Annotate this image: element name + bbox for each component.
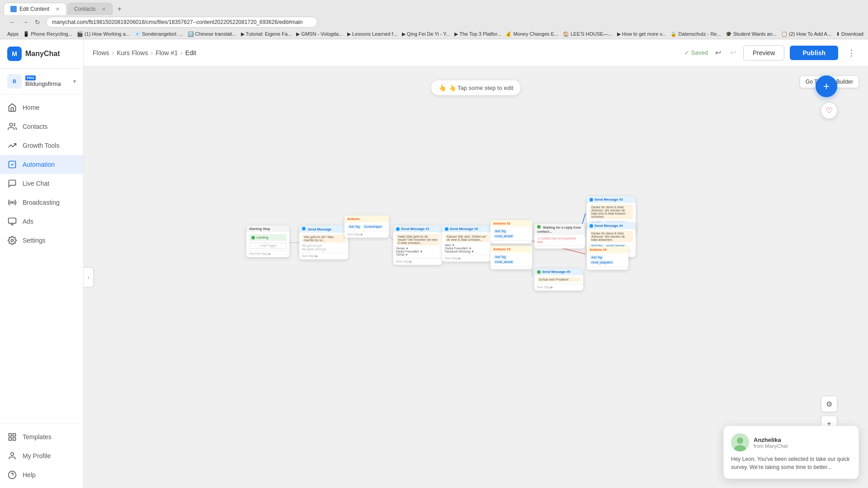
tab-close-edit[interactable]: ✕ <box>56 6 60 12</box>
saved-indicator: ✓ Saved <box>684 49 708 56</box>
tab-contacts[interactable]: Contacts ✕ <box>67 3 113 15</box>
sidebar-label-ads: Ads <box>23 218 33 225</box>
sidebar-item-help[interactable]: Help <box>0 465 83 484</box>
send-message-6-node[interactable]: Send Message #5 Schulz kein Problem! Nex… <box>534 268 583 291</box>
chat-notification[interactable]: Anzhelika from ManyChat Hey Leon, You've… <box>723 426 859 479</box>
send-message-1-node[interactable]: Send Message Wie geht es dir? Was machst… <box>299 225 348 259</box>
waiting-node[interactable]: Waiting for a reply from contact... ⚠ Co… <box>534 224 585 249</box>
node-footer <box>534 245 585 249</box>
app-logo: M ManyChat <box>0 39 83 69</box>
chevron-down-icon: ▾ <box>73 78 76 84</box>
bookmarks-bar: Apps 📱 Phone Recycling... 🎬 (1) How Work… <box>4 29 864 39</box>
settings-canvas-btn[interactable]: ⚙ <box>821 396 837 412</box>
bookmark-14[interactable]: 🎓 Student Wants an... <box>726 31 777 37</box>
tab-edit-content[interactable]: Edit Content ✕ <box>4 3 66 15</box>
back-button[interactable]: ← <box>7 18 18 27</box>
node-footer: Next Step ▶ <box>442 255 491 262</box>
node-header: Actions <box>344 216 389 222</box>
undo-button[interactable]: ↩ <box>713 47 723 59</box>
actions-2-node[interactable]: Actions #2 Add Tag email_abrade <box>491 220 532 244</box>
actions-1-node[interactable]: Actions Add Tag Kursanfragen Next Step ▶ <box>344 216 389 238</box>
node-body: Add Tag email_abrade <box>491 227 532 240</box>
forward-button[interactable]: → <box>20 18 31 27</box>
actions-3-node[interactable]: Actions #3 Add Tag email_abrade <box>491 246 532 269</box>
sidebar-item-home[interactable]: Home <box>0 98 83 117</box>
node-body: ⚠ Contact has not responded after... <box>534 235 585 245</box>
workspace-selector[interactable]: B PRO Bildungsfirma ▾ <box>0 69 83 94</box>
heart-icon: ♡ <box>826 106 833 116</box>
svg-rect-8 <box>13 434 16 436</box>
bookmark-8[interactable]: ▶ Qing Fei De Yi - Y... <box>402 31 450 37</box>
starting-step-node[interactable]: Starting Step Landing + Add Trigger The … <box>246 225 289 257</box>
workspace-name: Bildungsfirma <box>25 80 70 87</box>
bookmark-13[interactable]: 🔒 Datenschutz - Re... <box>670 31 721 37</box>
refresh-button[interactable]: ↻ <box>33 18 42 27</box>
svg-rect-7 <box>9 434 12 436</box>
node-footer <box>587 267 628 270</box>
bookmark-3[interactable]: 📧 Sonderangebot: ... <box>134 31 183 37</box>
sidebar-item-contacts[interactable]: Contacts <box>0 117 83 136</box>
bookmark-6[interactable]: ▶ GMSN - Vologda... <box>296 31 343 37</box>
sidebar-item-automation[interactable]: Automation <box>0 155 83 174</box>
sidebar-item-my-profile[interactable]: My Profile <box>0 446 83 465</box>
settings-icon <box>7 235 17 245</box>
send-message-2-node[interactable]: Send Message #1 Hallo! Wie geht es dir h… <box>393 225 442 265</box>
sidebar-label-templates: Templates <box>23 433 52 441</box>
bookmark-7[interactable]: ▶ Lessons Learned f... <box>347 31 397 37</box>
svg-point-26 <box>737 437 743 444</box>
actions-4-node[interactable]: Actions #4 Add Tag email_plagiation <box>587 246 628 270</box>
canvas-hint: 👆 👆 Tap some step to edit <box>431 80 521 95</box>
bookmark-16[interactable]: ⬇ Download - Cooki... <box>836 31 864 37</box>
browser-chrome: Edit Content ✕ Contacts ✕ + ← → ↻ manych… <box>0 0 868 39</box>
sidebar-toggle-button[interactable]: › <box>84 267 94 287</box>
tab-contacts-label: Contacts <box>74 6 95 12</box>
svg-rect-3 <box>9 218 16 224</box>
preview-button[interactable]: Preview <box>743 45 785 61</box>
more-options-button[interactable]: ⋮ <box>844 46 859 60</box>
sidebar-label-contacts: Contacts <box>23 123 47 130</box>
breadcrumb-flows[interactable]: Flows <box>93 49 109 56</box>
bookmark-15[interactable]: 📋 (2) How To Add A... <box>781 31 831 37</box>
address-bar[interactable]: manychat.com/fb19815020819206018/cms/fil… <box>46 17 317 28</box>
sidebar-label-growth-tools: Growth Tools <box>23 142 59 149</box>
redo-button[interactable]: ↩ <box>728 47 738 59</box>
tab-close-contacts[interactable]: ✕ <box>102 6 106 12</box>
templates-icon <box>7 432 17 442</box>
bookmark-apps[interactable]: Apps <box>7 31 19 37</box>
node-footer: Next Step ▶ <box>299 253 348 259</box>
node-footer: Next Step ▶ <box>344 231 389 238</box>
sidebar-item-broadcasting[interactable]: Broadcasting <box>0 193 83 212</box>
tab-edit-label: Edit Content <box>19 6 49 12</box>
bookmark-1[interactable]: 📱 Phone Recycling... <box>23 31 72 37</box>
sidebar-item-templates[interactable]: Templates <box>0 427 83 446</box>
bookmark-12[interactable]: ▶ How to get more v... <box>617 31 666 37</box>
new-tab-button[interactable]: + <box>113 3 125 15</box>
publish-button[interactable]: Publish <box>790 46 838 60</box>
sidebar-item-ads[interactable]: Ads <box>0 212 83 231</box>
node-body: Schulz kein Problem! <box>534 275 583 284</box>
checkmark-icon: ✓ <box>684 49 689 56</box>
sidebar-item-settings[interactable]: Settings <box>0 231 83 250</box>
node-body: Add Tag Kursanfragen <box>344 222 389 231</box>
send-message-3-node[interactable]: Send Message #2 Klasse! Wie dich, Dürfen… <box>442 225 491 262</box>
sidebar-item-live-chat[interactable]: Live Chat <box>0 174 83 193</box>
tap-icon: 👆 <box>439 84 446 91</box>
bookmark-5[interactable]: ▶ Tutorial: Eigene Fa... <box>241 31 292 37</box>
favorite-button[interactable]: ♡ <box>821 103 837 119</box>
breadcrumb-flow1[interactable]: Flow #1 <box>156 49 178 56</box>
bookmark-2[interactable]: 🎬 (1) How Working a... <box>77 31 130 37</box>
bookmark-10[interactable]: 💰 Money Changes E... <box>505 31 558 37</box>
breadcrumb-kurs-flows[interactable]: Kurs Flows <box>117 49 148 56</box>
bookmark-9[interactable]: ▶ The Top 3 Platfor... <box>454 31 501 37</box>
add-fab-button[interactable]: + <box>816 75 837 97</box>
automation-icon <box>7 160 17 169</box>
bookmark-11[interactable]: 🏠 LEE'S HOUSE—... <box>563 31 613 37</box>
sidebar: M ManyChat B PRO Bildungsfirma ▾ Home <box>0 39 84 488</box>
svg-point-6 <box>11 239 14 242</box>
flow-canvas-area[interactable]: 👆 👆 Tap some step to edit Go To Basic Bu… <box>84 66 868 488</box>
node-body: Add Tag email_plagiation <box>587 253 628 267</box>
sidebar-item-growth-tools[interactable]: Growth Tools <box>0 136 83 155</box>
bookmark-4[interactable]: 🈳 Chinese translati... <box>188 31 236 37</box>
chat-source: from ManyChat <box>754 443 788 449</box>
node-footer: The First Step ▶ <box>246 250 289 257</box>
